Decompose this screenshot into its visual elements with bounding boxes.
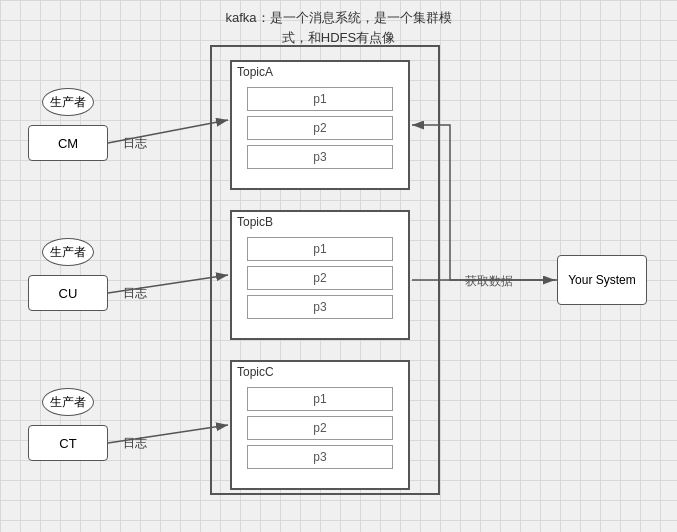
topic-a-p2: p2	[247, 116, 393, 140]
topic-c-box: TopicC p1 p2 p3	[230, 360, 410, 490]
producer-box-cu-label: CU	[59, 286, 78, 301]
producer-oval-ct: 生产者	[42, 388, 94, 416]
producer-oval-cm-label: 生产者	[50, 94, 86, 111]
producer-oval-cm: 生产者	[42, 88, 94, 116]
producer-box-ct-label: CT	[59, 436, 76, 451]
log-label-cm: 日志	[123, 135, 147, 152]
your-system-label: Your System	[568, 273, 636, 287]
fetch-data-label: 获取数据	[465, 273, 513, 290]
fetch-data-text: 获取数据	[465, 274, 513, 288]
producer-oval-ct-label: 生产者	[50, 394, 86, 411]
producer-oval-cu-label: 生产者	[50, 244, 86, 261]
producer-box-cm: CM	[28, 125, 108, 161]
topic-b-box: TopicB p1 p2 p3	[230, 210, 410, 340]
topic-a-p1: p1	[247, 87, 393, 111]
topic-a-box: TopicA p1 p2 p3	[230, 60, 410, 190]
topic-c-label: TopicC	[232, 362, 408, 382]
producer-box-ct: CT	[28, 425, 108, 461]
your-system-box: Your System	[557, 255, 647, 305]
topic-b-p3: p3	[247, 295, 393, 319]
producer-box-cu: CU	[28, 275, 108, 311]
producer-box-cm-label: CM	[58, 136, 78, 151]
topic-c-p3: p3	[247, 445, 393, 469]
log-label-ct: 日志	[123, 435, 147, 452]
topic-a-p3: p3	[247, 145, 393, 169]
page-title: kafka：是一个消息系统，是一个集群模 式，和HDFS有点像	[225, 8, 451, 47]
topic-c-p2: p2	[247, 416, 393, 440]
topic-b-label: TopicB	[232, 212, 408, 232]
title-line1: kafka：是一个消息系统，是一个集群模	[225, 8, 451, 28]
producer-oval-cu: 生产者	[42, 238, 94, 266]
topic-b-p1: p1	[247, 237, 393, 261]
log-label-cu: 日志	[123, 285, 147, 302]
topic-b-p2: p2	[247, 266, 393, 290]
topic-a-label: TopicA	[232, 62, 408, 82]
topic-c-p1: p1	[247, 387, 393, 411]
